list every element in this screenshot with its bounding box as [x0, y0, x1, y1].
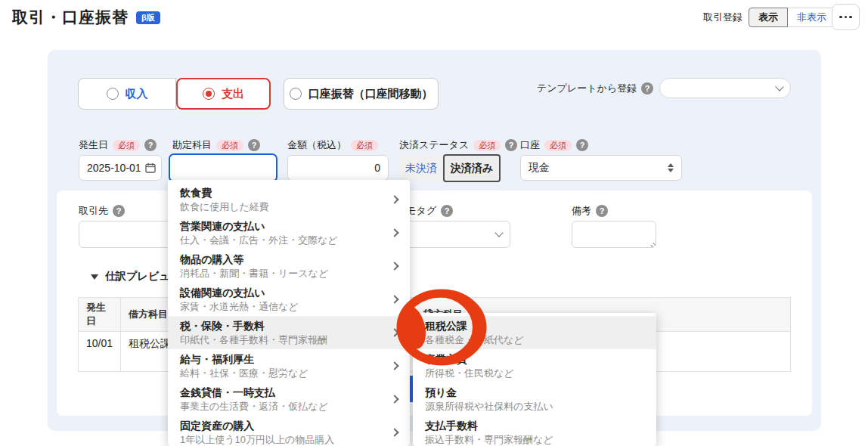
wallet-value: 現金: [529, 161, 550, 175]
help-icon[interactable]: ?: [113, 205, 125, 217]
required-badge: 必須: [216, 140, 243, 151]
account-item-label: 勘定科目: [172, 138, 212, 152]
chevron-down-icon: [775, 82, 783, 91]
required-badge: 必須: [351, 140, 378, 151]
date-label: 発生日: [79, 138, 108, 152]
chevron-right-icon: [390, 228, 398, 237]
radio-unselected-icon: [290, 88, 302, 100]
show-button[interactable]: 表示: [749, 8, 788, 27]
chevron-right-icon: [390, 195, 398, 203]
radio-unselected-icon: [107, 88, 119, 100]
menu-item-goods[interactable]: 物品の購入等 消耗品・新聞・書籍・リースなど: [168, 249, 410, 283]
help-icon[interactable]: ?: [596, 205, 608, 217]
note-label-row: 備考 ?: [572, 204, 608, 218]
wallet-select[interactable]: 現金: [520, 155, 682, 181]
type-transfer-radio[interactable]: 口座振替（口座間移動）: [284, 78, 439, 110]
chevron-right-icon: [390, 328, 398, 336]
radio-selected-icon: [203, 88, 215, 100]
amount-label: 金額（税込）: [287, 138, 346, 152]
template-label-row: テンプレートから登録 ?: [537, 82, 653, 95]
required-badge: 必須: [544, 140, 572, 151]
account-item-label-row: 勘定科目 必須 ?: [172, 138, 260, 152]
amount-label-row: 金額（税込） 必須: [287, 138, 378, 152]
help-icon[interactable]: ?: [505, 139, 517, 151]
select-updown-icon: [668, 163, 674, 172]
beta-badge: β版: [136, 11, 160, 24]
ellipsis-icon: [839, 16, 842, 19]
chevron-right-icon: [390, 262, 398, 270]
required-badge: 必須: [473, 140, 501, 151]
tax-category-submenu: 租税公課 各種税金・印紙代など 事業主貸 所得税・住民税など 預り金 源泉所得税…: [413, 313, 656, 446]
type-expense-radio[interactable]: 支出: [176, 78, 271, 110]
help-icon[interactable]: ?: [641, 82, 653, 94]
menu-item-payroll[interactable]: 給与・福利厚生 給料・社保・医療・慰労など: [168, 349, 410, 383]
chevron-right-icon: [390, 395, 398, 403]
wallet-label: 口座: [520, 138, 540, 152]
account-category-menu: 飲食費 飲食に使用した経費 営業関連の支払い 仕入・会議・広告・外注・交際など …: [168, 180, 410, 446]
partner-label: 取引先: [79, 204, 108, 218]
help-icon[interactable]: ?: [576, 139, 588, 151]
page-header: 取引・口座振替 β版: [12, 7, 160, 28]
help-icon[interactable]: ?: [441, 205, 453, 217]
amount-input[interactable]: [287, 155, 389, 181]
help-icon[interactable]: ?: [144, 139, 157, 151]
submenu-item-sozei-koka[interactable]: 租税公課 各種税金・印紙代など: [413, 316, 656, 349]
chevron-right-icon: [390, 295, 398, 303]
menu-item-fixed-assets[interactable]: 固定資産の購入 1年以上使う10万円以上の物品購入: [168, 416, 410, 446]
settlement-label-row: 決済ステータス 必須 ?: [399, 138, 517, 152]
type-income-label: 収入: [126, 87, 148, 101]
collapse-triangle-icon: [91, 274, 98, 280]
wallet-label-row: 口座 必須 ?: [520, 138, 588, 152]
chevron-right-icon: [390, 428, 398, 436]
header-right-controls: 取引登録 表示 非表示: [703, 8, 836, 27]
chevron-down-icon: [494, 228, 503, 237]
help-icon[interactable]: ?: [248, 139, 260, 151]
menu-item-sales[interactable]: 営業関連の支払い 仕入・会議・広告・外注・交際など: [168, 216, 410, 249]
menu-item-tax-insurance[interactable]: 税・保険・手数料 印紙代・各種手数料・専門家報酬: [168, 316, 410, 349]
register-toggle-label: 取引登録: [703, 11, 742, 24]
account-item-input[interactable]: [169, 153, 277, 182]
partner-label-row: 取引先 ?: [79, 204, 125, 218]
template-select[interactable]: [659, 78, 791, 98]
chevron-right-icon: [390, 361, 398, 370]
settlement-settled-button[interactable]: 決済済み: [443, 154, 501, 182]
required-badge: 必須: [113, 140, 140, 151]
calendar-icon: [145, 163, 156, 173]
hide-button[interactable]: 非表示: [788, 8, 836, 27]
menu-item-facility[interactable]: 設備関連の支払い 家賃・水道光熱・通信など: [168, 283, 410, 316]
type-expense-label: 支出: [222, 87, 244, 101]
show-hide-segmented: 表示 非表示: [749, 8, 836, 27]
journal-preview-header[interactable]: 仕訳プレビュー: [91, 270, 180, 283]
type-transfer-label: 口座振替（口座間移動）: [308, 87, 433, 101]
type-income-radio[interactable]: 収入: [78, 78, 176, 110]
note-textarea[interactable]: [572, 221, 656, 248]
cell-date: 10/01: [79, 332, 121, 372]
submenu-item-owner-draw[interactable]: 事業主貸 所得税・住民税など: [413, 349, 656, 383]
more-options-button[interactable]: [832, 4, 860, 30]
settlement-label: 決済ステータス: [399, 138, 469, 152]
submenu-item-fees[interactable]: 支払手数料 振込手数料・専門家報酬など: [413, 416, 656, 446]
note-label: 備考: [572, 204, 591, 218]
menu-item-food[interactable]: 飲食費 飲食に使用した経費: [168, 183, 410, 216]
transactions-page: 取引・口座振替 β版 取引登録 表示 非表示 収入 支出 口座振替（口座間移動）…: [0, 0, 868, 446]
col-date: 発生日: [79, 298, 121, 332]
settlement-unsettled-button[interactable]: 未決済: [399, 155, 443, 181]
page-title: 取引・口座振替: [12, 7, 129, 28]
template-label: テンプレートから登録: [537, 82, 637, 95]
menu-item-loans[interactable]: 金銭貸借・一時支払 事業主の生活費・返済・仮払など: [168, 383, 410, 416]
submenu-item-deposit[interactable]: 預り金 源泉所得税や社保料の支払い: [413, 383, 656, 416]
date-label-row: 発生日 必須 ?: [79, 138, 157, 152]
